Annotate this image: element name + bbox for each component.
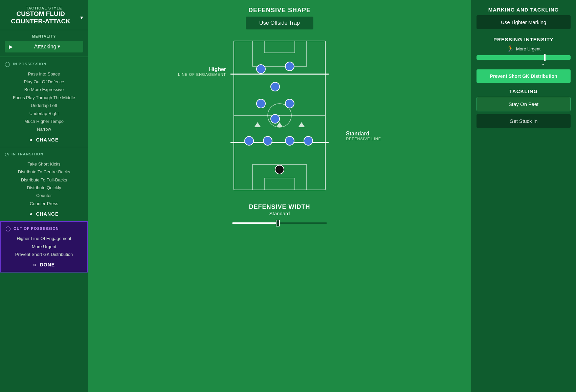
out-of-possession-header: ◯ OUT OF POSSESSION	[5, 226, 83, 231]
svg-point-22	[245, 136, 253, 145]
in-transition-section: ◔ IN TRANSITION Take Short Kicks Distrib…	[0, 147, 88, 221]
mentality-dropdown[interactable]: ▶ Attacking ▼	[5, 41, 83, 52]
in-transition-change-button[interactable]: » CHANGE	[5, 211, 83, 217]
use-tighter-marking-button[interactable]: Use Tighter Marking	[477, 15, 571, 29]
pressing-slider-track	[477, 55, 571, 60]
line-of-engagement-label: Higher LINE OF ENGAGEMENT	[178, 66, 226, 77]
stay-on-feet-button[interactable]: Stay On Feet	[477, 97, 571, 111]
pitch-area: Higher LINE OF ENGAGEMENT Standard DEFEN…	[178, 34, 381, 197]
pressing-slider-container[interactable]: ▲	[477, 55, 571, 60]
offside-trap-button[interactable]: Use Offside Trap	[246, 17, 313, 29]
out-of-possession-title: OUT OF POSSESSION	[14, 226, 59, 231]
right-panel: MARKING AND TACKLING Use Tighter Marking…	[471, 0, 576, 392]
chevrons-left-icon: «	[33, 262, 37, 268]
out-of-possession-icon: ◯	[5, 226, 11, 231]
list-item: Distribute Quickly	[5, 184, 83, 192]
dl-label: DEFENSIVE LINE	[346, 137, 381, 141]
defensive-width-label: DEFENSIVE WIDTH	[232, 203, 327, 211]
marking-tackling-title: MARKING AND TACKLING	[477, 7, 571, 13]
svg-point-23	[263, 136, 272, 145]
runner-icon: 🏃	[507, 45, 514, 52]
list-item: Narrow	[5, 125, 83, 133]
svg-point-20	[285, 99, 294, 108]
loe-label: LINE OF ENGAGEMENT	[178, 72, 226, 77]
in-transition-title: IN TRANSITION	[12, 152, 43, 156]
list-item: Underlap Left	[5, 102, 83, 109]
list-item: Underlap Right	[5, 110, 83, 117]
in-possession-title: IN POSSESSION	[13, 62, 46, 66]
svg-point-21	[271, 114, 280, 123]
svg-point-16	[257, 65, 265, 73]
pitch-svg	[230, 38, 329, 193]
mentality-section: MENTALITY ▶ Attacking ▼	[0, 30, 88, 57]
defensive-shape-label: DEFENSIVE SHAPE	[248, 7, 311, 14]
pressing-intensity-section: PRESSING INTENSITY 🏃 More Urgent ▲ Preve…	[477, 37, 571, 83]
chevrons-icon: »	[29, 137, 33, 143]
list-item: Counter-Press	[5, 200, 83, 208]
in-transition-icon: ◔	[5, 151, 9, 157]
svg-point-18	[271, 82, 280, 91]
slider-fill	[232, 222, 280, 224]
list-item: Distribute To Full-Backs	[5, 176, 83, 184]
list-item: Take Short Kicks	[5, 160, 83, 168]
in-possession-change-button[interactable]: » CHANGE	[5, 137, 83, 143]
tackling-section: TACKLING Stay On Feet Get Stuck In	[477, 88, 571, 131]
tackling-title: TACKLING	[477, 88, 571, 94]
list-item: Much Higher Tempo	[5, 117, 83, 125]
tactical-style-label: TACTICAL STYLE	[4, 6, 84, 10]
mentality-label: MENTALITY	[5, 34, 83, 38]
list-item: More Urgent	[5, 243, 83, 251]
out-of-possession-items: Higher Line Of Engagement More Urgent Pr…	[5, 235, 83, 258]
list-item: Counter	[5, 192, 83, 199]
in-possession-section: ◯ IN POSSESSION Pass Into Space Play Out…	[0, 57, 88, 147]
list-item: Pass Into Space	[5, 70, 83, 78]
mentality-icon: ▶	[9, 44, 31, 50]
slider-thumb[interactable]	[276, 220, 280, 226]
list-item: Play Out Of Defence	[5, 78, 83, 86]
svg-point-19	[257, 99, 265, 108]
in-possession-items: Pass Into Space Play Out Of Defence Be M…	[5, 70, 83, 133]
in-possession-header: ◯ IN POSSESSION	[5, 61, 83, 67]
main-center: DEFENSIVE SHAPE Use Offside Trap Higher …	[88, 0, 471, 392]
marking-tackling-section: MARKING AND TACKLING Use Tighter Marking	[477, 7, 571, 31]
pressing-intensity-title: PRESSING INTENSITY	[477, 37, 571, 42]
defensive-width-slider[interactable]	[232, 220, 327, 226]
chevrons-icon: »	[29, 211, 33, 217]
svg-point-25	[304, 136, 313, 145]
svg-point-17	[285, 62, 294, 71]
in-transition-items: Take Short Kicks Distribute To Centre-Ba…	[5, 160, 83, 208]
defensive-width-value: Standard	[232, 211, 327, 216]
pressing-slider-thumb[interactable]	[544, 54, 546, 61]
pressing-indicator: ▲	[541, 62, 545, 66]
tactical-style-name[interactable]: CUSTOM FLUID COUNTER-ATTACK ▼	[4, 10, 84, 25]
list-item: Prevent Short GK Distribution	[5, 251, 83, 258]
mentality-value: Attacking	[34, 44, 57, 50]
chevron-down-icon[interactable]: ▼	[79, 15, 84, 20]
loe-level: Higher	[178, 66, 226, 72]
out-of-possession-done-button[interactable]: « DONE	[5, 262, 83, 268]
out-of-possession-section: ◯ OUT OF POSSESSION Higher Line Of Engag…	[0, 221, 88, 273]
defensive-width-section: DEFENSIVE WIDTH Standard	[232, 203, 327, 226]
list-item: Focus Play Through The Middle	[5, 94, 83, 102]
in-transition-header: ◔ IN TRANSITION	[5, 151, 83, 157]
list-item: Be More Expressive	[5, 86, 83, 93]
dl-level: Standard	[346, 131, 381, 137]
tactical-style-section: TACTICAL STYLE CUSTOM FLUID COUNTER-ATTA…	[0, 0, 88, 30]
mentality-chevron-icon[interactable]: ▼	[57, 44, 79, 49]
svg-point-24	[285, 136, 294, 145]
get-stuck-in-button[interactable]: Get Stuck In	[477, 114, 571, 128]
pressing-value: 🏃 More Urgent	[477, 45, 571, 52]
sidebar: TACTICAL STYLE CUSTOM FLUID COUNTER-ATTA…	[0, 0, 88, 392]
prevent-short-gk-button[interactable]: Prevent Short GK Distribution	[477, 69, 571, 83]
in-possession-icon: ◯	[5, 61, 10, 67]
list-item: Distribute To Centre-Backs	[5, 168, 83, 176]
defensive-line-label: Standard DEFENSIVE LINE	[346, 131, 381, 141]
svg-point-3	[279, 115, 280, 116]
svg-point-26	[275, 165, 284, 174]
list-item: Higher Line Of Engagement	[5, 235, 83, 242]
